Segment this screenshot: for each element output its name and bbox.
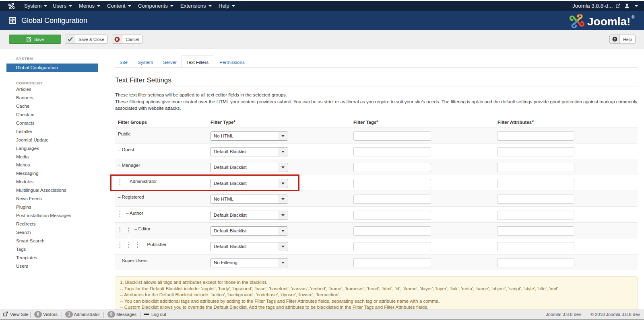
svg-text:?: ?	[613, 37, 615, 41]
